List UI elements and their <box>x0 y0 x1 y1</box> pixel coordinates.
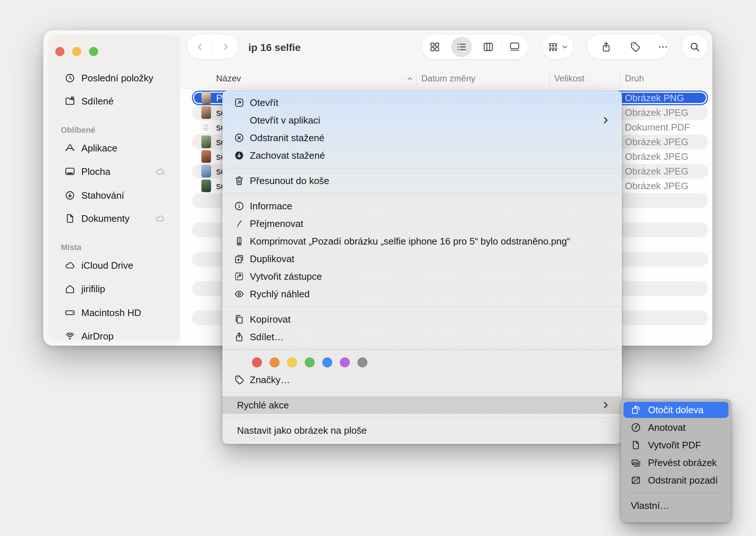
menu-item-komprimovat-pozadí-obrázku-selfie-iphone[interactable]: Komprimovat „Pozadí obrázku „selfie ipho… <box>222 232 622 250</box>
sidebar-item-aplikace[interactable]: Aplikace <box>48 140 180 156</box>
menu-divider <box>627 493 724 493</box>
menu-item-label: Vlastní… <box>631 500 670 511</box>
menu-divider <box>222 418 622 418</box>
menu-item-otevřít[interactable]: Otevřít <box>222 94 622 111</box>
menu-divider <box>222 168 622 168</box>
pdf-file-thumbnail <box>201 121 211 133</box>
convert-image-icon <box>630 457 641 468</box>
tag-color-dot[interactable] <box>252 357 262 367</box>
desktop-icon <box>64 166 75 177</box>
copy-icon <box>233 313 245 325</box>
sidebar-item-label: Macintosh HD <box>81 307 141 319</box>
remove-background-icon <box>630 475 641 486</box>
column-header-druh[interactable]: Druh <box>625 69 644 88</box>
menu-item-nastavit-jako-obrázek-na-ploše[interactable]: Nastavit jako obrázek na ploše <box>222 422 622 439</box>
menu-item-značky[interactable]: Značky… <box>222 371 622 389</box>
tag-color-dot[interactable] <box>305 357 315 367</box>
menu-item-zachovat-stažené[interactable]: Zachovat stažené <box>222 147 622 164</box>
menu-item-label: Rychlé akce <box>237 400 289 411</box>
sidebar-section-title: Oblíbené <box>61 125 95 135</box>
menu-item-přejmenovat[interactable]: Přejmenovat <box>222 215 622 232</box>
menu-item-label: Přejmenovat <box>250 218 303 230</box>
submenu-item-anotovat[interactable]: Anotovat <box>621 419 731 436</box>
sidebar-item-macintosh-hd[interactable]: Macintosh HD <box>48 305 180 321</box>
chevron-up-icon <box>406 75 414 83</box>
share-icon <box>234 331 245 342</box>
cloud-icon <box>64 260 75 271</box>
pdf-doc-icon <box>630 440 641 451</box>
rename-icon <box>233 218 245 230</box>
tag-color-dot[interactable] <box>340 357 350 367</box>
menu-item-otevřít-v-aplikaci[interactable]: Otevřít v aplikaci <box>222 111 622 129</box>
context-menu: OtevřítOtevřít v aplikaciOdstranit staže… <box>222 91 622 444</box>
file-name: P <box>216 91 222 105</box>
menu-item-vytvořit-zástupce[interactable]: Vytvořit zástupce <box>222 268 622 285</box>
sidebar-item-sdílené[interactable]: Sdílené <box>48 93 180 109</box>
minimize-window-button[interactable] <box>72 47 81 56</box>
chevron-right-icon <box>601 115 610 125</box>
menu-divider <box>222 306 622 307</box>
rename-icon <box>234 218 245 229</box>
airdrop-icon <box>64 331 75 342</box>
sidebar: Poslední položkySdílenéOblíbenéAplikaceP… <box>48 35 180 341</box>
tag-color-dot[interactable] <box>322 357 332 367</box>
submenu-item-vytvořit-pdf[interactable]: Vytvořit PDF <box>621 436 731 454</box>
menu-item-rychlý-náhled[interactable]: Rychlý náhled <box>222 285 622 303</box>
file-kind: Obrázek JPEG <box>625 135 688 149</box>
menu-item-informace[interactable]: Informace <box>222 197 622 215</box>
menu-item-odstranit-stažené[interactable]: Odstranit stažené <box>222 129 622 147</box>
submenu-item-odstranit-pozadí[interactable]: Odstranit pozadí <box>621 471 731 489</box>
menu-item-label: Rychlý náhled <box>250 289 310 300</box>
tag-icon <box>234 374 245 385</box>
menu-item-přesunout-do-koše[interactable]: Přesunout do koše <box>222 172 622 190</box>
submenu-item-vlastní[interactable]: Vlastní… <box>621 497 731 514</box>
sidebar-item-dokumenty[interactable]: Dokumenty <box>48 210 180 227</box>
download-circle-icon <box>64 190 75 201</box>
menu-divider <box>222 349 622 350</box>
sidebar-item-plocha[interactable]: Plocha <box>48 164 180 180</box>
chevron-right-icon <box>601 115 610 125</box>
close-window-button[interactable] <box>55 47 64 56</box>
cloud-icon <box>155 166 165 177</box>
tag-color-row <box>222 353 622 371</box>
sidebar-item-airdrop[interactable]: AirDrop <box>48 328 180 344</box>
column-header-datum-změny[interactable]: Datum změny <box>421 69 475 88</box>
sidebar-item-icloud-drive[interactable]: iCloud Drive <box>48 257 180 273</box>
zoom-window-button[interactable] <box>89 47 98 56</box>
column-header-velikost[interactable]: Velikost <box>554 69 585 88</box>
tag-color-dot[interactable] <box>287 357 297 367</box>
remove-download-icon <box>234 132 245 143</box>
menu-item-label: Komprimovat „Pozadí obrázku „selfie ipho… <box>250 236 570 247</box>
sort-ascending-icon <box>406 75 414 83</box>
photo-thumbnail <box>201 180 211 192</box>
menu-item-label: Kopírovat <box>250 314 290 325</box>
tag-color-dot[interactable] <box>357 357 367 367</box>
menu-item-sdílet[interactable]: Sdílet… <box>222 328 622 346</box>
share-icon <box>233 331 245 343</box>
column-header-název[interactable]: Název <box>216 69 241 88</box>
home-icon <box>64 283 75 294</box>
menu-item-rychlé-akce[interactable]: Rychlé akce <box>222 396 622 414</box>
menu-item-duplikovat[interactable]: Duplikovat <box>222 250 622 268</box>
menu-item-label: Sdílet… <box>250 331 284 343</box>
clock-icon <box>64 73 75 84</box>
sidebar-item-poslední-položky[interactable]: Poslední položky <box>48 70 180 86</box>
keep-download-icon <box>234 150 245 161</box>
remove-download-icon <box>233 132 245 144</box>
sidebar-item-jirifilip[interactable]: jirifilip <box>48 281 180 297</box>
menu-item-icon-placeholder <box>233 114 245 126</box>
tag-icon <box>233 374 245 386</box>
submenu-item-převést-obrázek[interactable]: Převést obrázek <box>621 454 731 471</box>
menu-item-label: Informace <box>250 201 292 212</box>
document-icon <box>64 213 75 224</box>
photo-thumbnail <box>201 92 211 104</box>
file-kind: Obrázek JPEG <box>625 149 688 164</box>
cloud-badge-icon <box>155 166 165 177</box>
cloud-badge-icon <box>155 213 165 224</box>
trash-icon <box>233 175 245 187</box>
tag-color-dot[interactable] <box>270 357 279 367</box>
submenu-item-otočit-doleva[interactable]: Otočit doleva <box>623 402 729 418</box>
menu-item-kopírovat[interactable]: Kopírovat <box>222 311 622 328</box>
sidebar-item-stahování[interactable]: Stahování <box>48 187 180 203</box>
divider <box>549 71 550 86</box>
